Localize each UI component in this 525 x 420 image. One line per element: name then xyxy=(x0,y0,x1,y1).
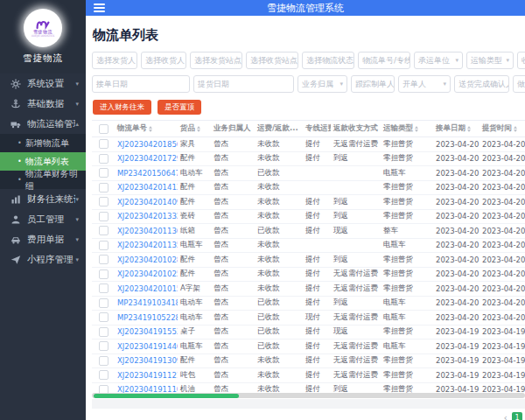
column-header[interactable]: 接单日期 xyxy=(433,123,480,134)
row-checkbox[interactable] xyxy=(99,241,108,250)
filter-send-station-select[interactable]: 选择发货站点▾ xyxy=(190,52,242,69)
row-checkbox[interactable] xyxy=(99,356,108,366)
checkbox-cell xyxy=(92,312,115,322)
sidebar-subitem-label: 新增物流单 xyxy=(25,137,69,150)
sort-icon[interactable] xyxy=(149,126,152,132)
sort-icon[interactable] xyxy=(467,126,471,132)
filter-tracking-clerk-input[interactable]: 跟踪制单人 xyxy=(351,75,395,93)
column-header[interactable]: 提货时间 xyxy=(480,123,525,134)
row-checkbox[interactable] xyxy=(99,154,108,164)
table-cell: 2023-04-20 xyxy=(433,227,480,235)
order-number-link[interactable]: XJ20230420102837 xyxy=(115,256,178,264)
filter-receive-station-select[interactable]: 选择收货站点▾ xyxy=(246,52,298,69)
column-header[interactable]: 货品 xyxy=(178,123,211,134)
row-checkbox[interactable] xyxy=(99,284,108,293)
hamburger-menu-icon[interactable] xyxy=(94,4,105,12)
order-number-link[interactable]: XJ20230419155307 xyxy=(115,327,178,336)
filter-order-no-input[interactable]: 物流单号/专线单号 xyxy=(358,52,410,69)
column-header-label: 运费/返款... xyxy=(257,123,298,134)
chevron-down-icon: ▾ xyxy=(506,57,509,64)
row-checkbox[interactable] xyxy=(99,385,108,393)
filter-carrier-select[interactable]: 承运单位▾ xyxy=(414,52,463,69)
table-cell: 2023-04-20 xyxy=(433,256,480,264)
column-header[interactable]: 物流单号 xyxy=(115,123,178,134)
row-checkbox[interactable] xyxy=(99,370,108,380)
order-number-link[interactable]: XJ20230420102500 xyxy=(115,270,178,278)
scrollbar-thumb[interactable] xyxy=(94,394,239,398)
table-row: XJ20230420101500A字架曾杰未收款提付无返需付运费零担普货2023… xyxy=(92,282,525,297)
filter-business-owner-select[interactable]: 业务归属▾ xyxy=(298,75,347,93)
checkbox-cell xyxy=(92,168,115,178)
sort-icon[interactable] xyxy=(415,126,418,132)
column-header[interactable]: 运输类型 xyxy=(381,123,433,134)
filter-issuer-select[interactable]: 开单人▾ xyxy=(398,75,451,93)
prev-page-icon[interactable]: ‹ xyxy=(504,413,508,420)
order-number-link[interactable]: XJ20230419112137 xyxy=(115,371,178,380)
table-cell: 配件 xyxy=(178,182,211,192)
row-checkbox[interactable] xyxy=(99,298,108,308)
sidebar-item-employee-management[interactable]: 员工管理▾ xyxy=(0,209,86,229)
table-cell: 未收款 xyxy=(255,269,303,279)
sidebar-item-logistics-transport[interactable]: 物流运输管理▴ xyxy=(0,114,86,134)
order-number-link[interactable]: XJ20230420140905 xyxy=(115,198,178,206)
row-checkbox[interactable] xyxy=(99,197,108,206)
sidebar-item-expense-documents[interactable]: 费用单据▾ xyxy=(0,229,86,249)
row-checkbox[interactable] xyxy=(99,255,108,264)
row-checkbox[interactable] xyxy=(99,312,108,322)
order-number-link[interactable]: XJ20230420113503 xyxy=(115,241,178,249)
table-cell: 2023-04-20 xyxy=(433,140,480,149)
row-checkbox[interactable] xyxy=(99,341,108,351)
table-cell: 2023-04-20 xyxy=(433,183,480,192)
order-number-link[interactable]: XJ20230420172910 xyxy=(115,154,178,163)
sort-icon[interactable] xyxy=(514,126,517,132)
row-checkbox[interactable] xyxy=(99,168,108,178)
enter-finance-button[interactable]: 进入财务往来 xyxy=(93,100,151,115)
filter-payment-status-select[interactable]: 收款状态▾ xyxy=(517,52,525,69)
row-checkbox[interactable] xyxy=(99,327,108,337)
checkbox-cell xyxy=(92,226,115,235)
row-checkbox[interactable] xyxy=(99,183,108,192)
company-logo: 雪捷物流 XUEJIE LOGISTICS xyxy=(24,9,62,47)
order-number-link[interactable]: MP23420150647 xyxy=(115,169,178,178)
sidebar-item-miniprogram-management[interactable]: 小程序管理▾ xyxy=(0,249,86,270)
row-checkbox[interactable] xyxy=(99,212,108,221)
order-number-link[interactable]: XJ20230420113651 xyxy=(115,227,178,235)
sort-icon[interactable] xyxy=(197,126,200,132)
order-number-link[interactable]: XJ20230419144609 xyxy=(115,342,178,351)
horizontal-scrollbar[interactable] xyxy=(92,393,525,398)
row-checkbox[interactable] xyxy=(99,139,108,149)
order-number-link[interactable]: XJ20230419111056 xyxy=(115,385,178,393)
sidebar-item-system-settings[interactable]: 系统设置▾ xyxy=(0,74,86,94)
row-checkbox[interactable] xyxy=(99,270,108,279)
sidebar-subitem-new-logistics-order[interactable]: •新增物流单 xyxy=(0,134,86,152)
row-checkbox[interactable] xyxy=(99,226,108,235)
order-number-link[interactable]: XJ20230419130910 xyxy=(115,356,178,365)
filter-order-maker-input[interactable]: 做单主管 xyxy=(513,75,525,93)
table-cell: 零担普货 xyxy=(381,211,433,221)
table-cell: 配件 xyxy=(178,153,211,164)
filter-receiver-select[interactable]: 选择收货人▾ xyxy=(141,52,186,69)
order-number-link[interactable]: XJ20230420101500 xyxy=(115,284,178,293)
sidebar-subitem-logistics-order-finance-detail[interactable]: •物流单财务明细 xyxy=(0,171,86,189)
filter-sender-select[interactable]: 选择发货人▾ xyxy=(92,52,137,69)
sidebar-item-base-data[interactable]: 基础数据▾ xyxy=(0,94,86,114)
table-row: XJ20230420141305配件曾杰未收款零担普货2023-04-20202… xyxy=(92,181,525,196)
select-all-checkbox[interactable] xyxy=(99,124,108,134)
table-cell: 电动车 xyxy=(178,298,211,308)
filter-delivery-confirmer-input[interactable]: 送货完成确认人 xyxy=(454,75,509,93)
checkbox-cell xyxy=(92,270,115,279)
filter-pickup-date-input[interactable]: 提货日期 xyxy=(193,75,294,93)
order-number-link[interactable]: MP23419103418 xyxy=(115,298,178,307)
user-icon xyxy=(10,214,22,225)
order-number-link[interactable]: XJ20230420185603 xyxy=(115,140,178,149)
order-number-link[interactable]: XJ20230420141305 xyxy=(115,183,178,192)
order-number-link[interactable]: MP23419105228 xyxy=(115,313,178,322)
pin-toggle-button[interactable]: 是否置顶 xyxy=(158,100,201,115)
table-cell: 2023-04-20 12:00... xyxy=(480,313,525,322)
filter-transport-type-select[interactable]: 运输类型▾ xyxy=(466,52,514,69)
order-number-link[interactable]: XJ20230420133250 xyxy=(115,212,178,220)
filter-logistics-status-select[interactable]: 选择物流状态▾ xyxy=(302,52,354,69)
content-area: 物流单列表 选择发货人▾选择收货人▾选择发货站点▾选择收货站点▾选择物流状态▾物… xyxy=(86,16,525,420)
page-number-button[interactable]: 1 xyxy=(512,412,522,420)
filter-order-date-input[interactable]: 接单日期 xyxy=(92,75,190,93)
